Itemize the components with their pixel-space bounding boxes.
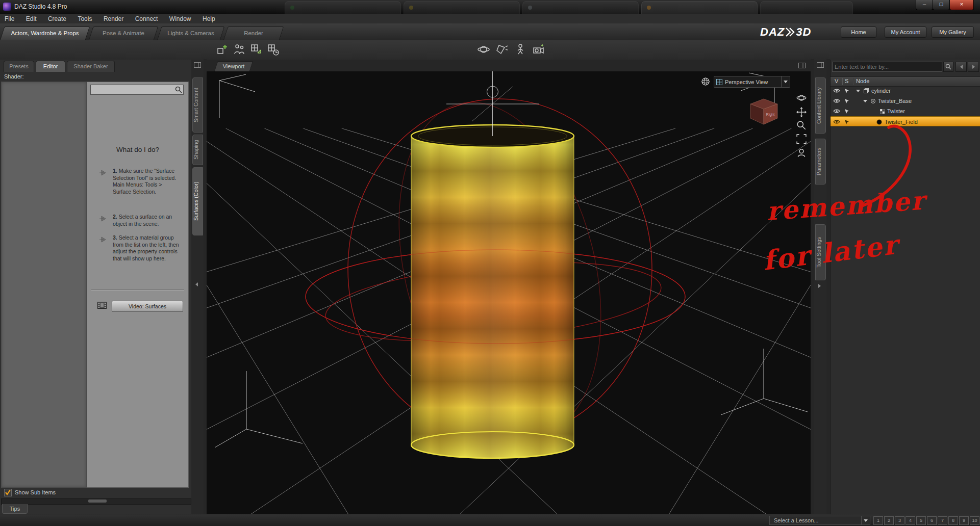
my-account-link[interactable]: My Account	[885, 27, 926, 38]
pose-tool-icon[interactable]	[514, 43, 528, 57]
tab-presets[interactable]: Presets	[4, 61, 34, 72]
orbit-view-icon[interactable]	[796, 93, 807, 103]
node-label[interactable]: cylinder	[871, 86, 891, 96]
pager-button[interactable]: 1	[873, 516, 883, 525]
pager-button[interactable]: 5	[916, 516, 926, 525]
lesson-selector-dropdown[interactable]: Select a Lesson...	[769, 516, 870, 525]
pager-button[interactable]: 6	[927, 516, 937, 525]
spotlight-tool-icon[interactable]	[495, 43, 510, 57]
horizontal-scrollbar[interactable]	[1, 498, 191, 505]
minimize-button[interactable]: –	[916, 0, 933, 10]
new-node-icon[interactable]	[216, 43, 230, 57]
daz3d-logo: DAZ 3D	[760, 25, 826, 39]
scene-node-row-selected[interactable]: Twister_Field	[831, 116, 980, 126]
tab-editor[interactable]: Editor	[36, 61, 65, 72]
node-label[interactable]: Twister_Field	[885, 117, 918, 127]
scene-node-row[interactable]: Twister_Base	[831, 96, 980, 106]
eye-icon[interactable]	[833, 106, 840, 116]
pager-button[interactable]: 7	[938, 516, 947, 525]
dock-tab-tool-settings[interactable]: Tool Settings	[815, 224, 826, 280]
menu-edit[interactable]: Edit	[21, 14, 41, 22]
cursor-icon[interactable]	[844, 106, 850, 116]
menu-file[interactable]: File	[0, 14, 19, 22]
pager-button[interactable]: 2	[884, 516, 894, 525]
cursor-icon[interactable]	[844, 117, 850, 127]
dock-tab-parameters[interactable]: Parameters	[815, 139, 826, 185]
window-titlebar[interactable]: DAZ Studio 4.8 Pro – □ ×	[0, 0, 980, 14]
scene-node-row[interactable]: cylinder	[831, 86, 980, 96]
search-icon[interactable]	[175, 86, 182, 93]
expander-icon[interactable]	[856, 86, 860, 96]
node-label[interactable]: Twister	[887, 106, 905, 116]
scene-3d	[207, 71, 811, 514]
menu-render[interactable]: Render	[99, 14, 128, 22]
pan-view-icon[interactable]	[796, 107, 807, 117]
dock-tab-content-library[interactable]: Content Library	[815, 77, 826, 134]
expander-icon[interactable]	[863, 96, 867, 106]
view-selector-label: Perspective View	[725, 79, 781, 85]
eye-icon[interactable]	[833, 96, 840, 106]
zoom-view-icon[interactable]	[796, 120, 807, 130]
tab-shader-baker[interactable]: Shader Baker	[67, 61, 115, 72]
home-link[interactable]: Home	[841, 27, 876, 38]
pane-icon[interactable]	[798, 63, 806, 68]
logo-chevron-icon	[785, 27, 796, 37]
show-sub-items-checkbox[interactable]	[4, 489, 12, 496]
tab-viewport[interactable]: Viewport	[216, 61, 252, 71]
tab-tips[interactable]: Tips	[2, 504, 28, 514]
pane-icon[interactable]	[194, 62, 201, 68]
tab-render[interactable]: Render	[225, 27, 282, 40]
menu-tools[interactable]: Tools	[73, 14, 96, 22]
timeline-grid-icon[interactable]	[266, 43, 281, 57]
my-gallery-link[interactable]: My Gallery	[932, 27, 974, 38]
scene-node-row[interactable]: Twister	[831, 106, 980, 116]
collapse-right-icon[interactable]	[818, 284, 821, 288]
scrollbar-thumb[interactable]	[88, 499, 107, 503]
viewport-globe-icon[interactable]	[700, 76, 711, 87]
col-selectable[interactable]: S	[845, 78, 848, 84]
tab-actors-wardrobe-props[interactable]: Actors, Wardrobe & Props	[2, 27, 88, 40]
menu-create[interactable]: Create	[43, 14, 71, 22]
view-cube[interactable]: Right	[745, 95, 782, 128]
pager-button[interactable]: 4	[906, 516, 915, 525]
figures-icon[interactable]	[233, 43, 247, 57]
viewport-canvas[interactable]: Perspective View Right	[207, 71, 811, 514]
aim-view-icon[interactable]	[796, 148, 807, 158]
scene-filter-search-icon[interactable]	[943, 62, 953, 72]
surface-list-area[interactable]	[1, 82, 87, 488]
surface-search-input[interactable]	[92, 86, 174, 95]
pane-icon[interactable]	[817, 62, 824, 68]
camera-tool-icon[interactable]	[532, 43, 546, 57]
frame-view-icon[interactable]	[796, 134, 807, 144]
eye-icon[interactable]	[833, 86, 840, 96]
tab-lights-cameras[interactable]: Lights & Cameras	[159, 27, 222, 40]
view-selector-dropdown[interactable]: Perspective View	[714, 76, 790, 88]
pager-button[interactable]: 9	[959, 516, 969, 525]
background-browser-tab	[641, 1, 758, 14]
menu-window[interactable]: Window	[165, 14, 196, 22]
node-label[interactable]: Twister_Base	[878, 96, 912, 106]
col-visibility[interactable]: V	[835, 78, 838, 84]
dock-tab-surfaces-color[interactable]: Surfaces (Color)	[192, 167, 203, 235]
import-grid-icon[interactable]	[249, 43, 264, 57]
orbit-tool-icon[interactable]	[477, 43, 491, 57]
dock-tab-shaping[interactable]: Shaping	[192, 135, 203, 165]
dock-tab-smart-content[interactable]: Smart Content	[192, 77, 203, 133]
menu-help[interactable]: Help	[198, 14, 220, 22]
eye-icon[interactable]	[833, 117, 840, 127]
menu-connect[interactable]: Connect	[131, 14, 163, 22]
cursor-icon[interactable]	[844, 86, 850, 96]
tab-pose-animate[interactable]: Pose & Animate	[91, 27, 156, 40]
col-node[interactable]: Node	[856, 78, 869, 84]
collapse-left-icon[interactable]	[195, 282, 198, 286]
pager-button[interactable]: 8	[948, 516, 958, 525]
pager-button[interactable]: 3	[895, 516, 904, 525]
scene-prev-button[interactable]	[956, 62, 967, 72]
cursor-icon[interactable]	[844, 96, 850, 106]
close-button[interactable]: ×	[949, 0, 974, 10]
scene-filter-input[interactable]	[832, 62, 942, 72]
maximize-button[interactable]: □	[933, 0, 950, 10]
scene-next-button[interactable]	[968, 62, 979, 72]
video-surfaces-button[interactable]: Video: Surfaces	[112, 301, 183, 312]
pager-button[interactable]: 10	[970, 516, 979, 525]
